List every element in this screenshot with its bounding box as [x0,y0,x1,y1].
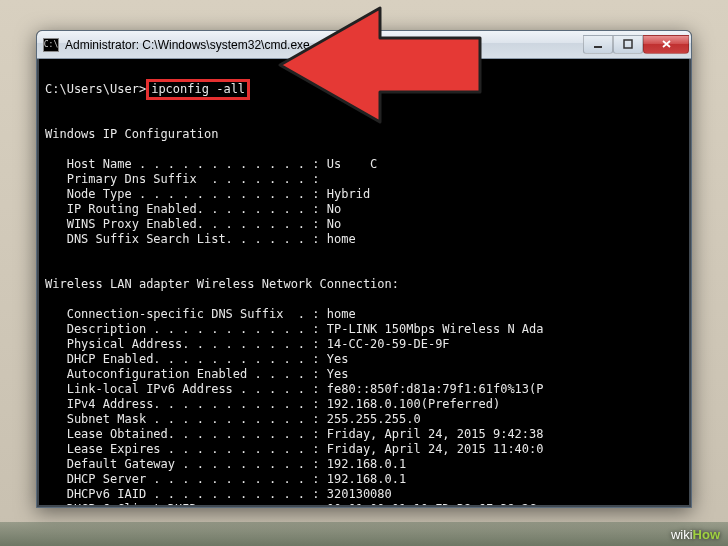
window-title: Administrator: C:\Windows\system32\cmd.e… [65,38,583,52]
svg-rect-0 [594,46,602,48]
ip-config-block: Host Name . . . . . . . . . . . . : Us C… [45,157,683,247]
minimize-button[interactable] [583,35,613,54]
cmd-icon: C:\ [43,38,59,52]
footer-band [0,522,728,546]
maximize-button[interactable] [613,35,643,54]
prompt: C:\Users\User> [45,82,146,97]
command-highlight: ipconfig -all [146,79,250,100]
svg-rect-1 [624,40,632,48]
maximize-icon [623,39,633,49]
watermark: wikiHow [671,527,720,542]
adapter-block: Connection-specific DNS Suffix . : home … [45,307,683,507]
close-button[interactable] [643,35,689,54]
close-icon [661,39,672,49]
terminal-output[interactable]: C:\Users\User>ipconfig -all Windows IP C… [37,59,691,507]
window-controls [583,36,689,54]
cmd-window: C:\ Administrator: C:\Windows\system32\c… [36,30,692,508]
titlebar[interactable]: C:\ Administrator: C:\Windows\system32\c… [37,31,691,59]
section-header: Windows IP Configuration [45,127,218,141]
adapter-header: Wireless LAN adapter Wireless Network Co… [45,277,399,291]
minimize-icon [593,39,603,49]
